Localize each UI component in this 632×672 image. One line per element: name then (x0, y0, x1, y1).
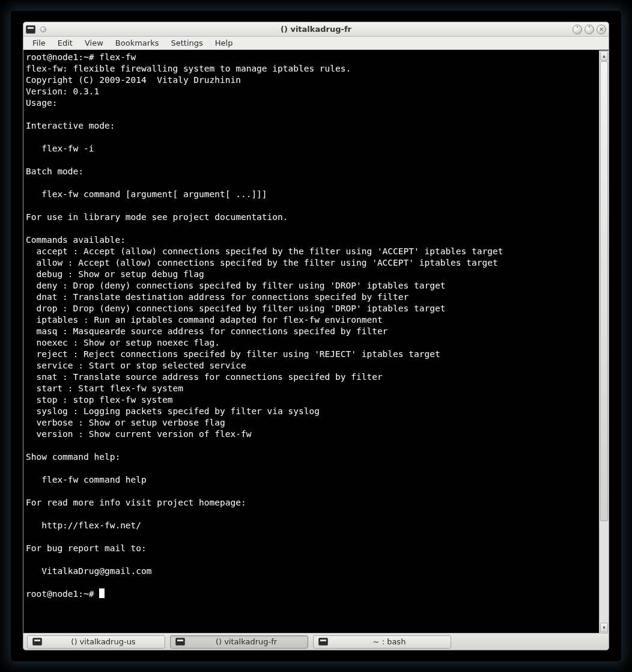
cursor (99, 588, 105, 598)
terminal-icon (175, 638, 185, 646)
minimize-button[interactable]: ˅ (573, 25, 582, 34)
scroll-up-button[interactable]: ▴ (600, 51, 608, 61)
menu-settings[interactable]: Settings (165, 37, 208, 49)
taskbar-item-label: () vitalkadrug-fr (190, 637, 303, 646)
terminal[interactable]: root@node1:~# flex-fw flex-fw: flexible … (23, 50, 599, 633)
window-title: () vitalkadrug-fr (23, 25, 609, 34)
scrollbar[interactable]: ▴ ▾ (599, 50, 609, 633)
terminal-icon (26, 25, 35, 34)
scroll-down-button[interactable]: ▾ (600, 623, 608, 632)
close-button[interactable]: × (597, 25, 606, 34)
taskbar-item-vitalkadrug-us[interactable]: () vitalkadrug-us (27, 635, 165, 649)
taskbar-item-label: () vitalkadrug-us (47, 637, 160, 646)
taskbar-item-vitalkadrug-fr[interactable]: () vitalkadrug-fr (170, 635, 308, 649)
menu-help[interactable]: Help (210, 37, 239, 49)
scrollbar-thumb[interactable] (600, 61, 608, 521)
terminal-window: () vitalkadrug-fr ˅ ˄ × File Edit View B… (23, 22, 609, 650)
menubar: File Edit View Bookmarks Settings Help (23, 37, 609, 50)
titlebar-dot-icon (40, 26, 46, 32)
menu-edit[interactable]: Edit (52, 37, 78, 49)
maximize-button[interactable]: ˄ (585, 25, 594, 34)
taskbar: () vitalkadrug-us () vitalkadrug-fr ~ : … (23, 633, 609, 650)
taskbar-item-bash[interactable]: ~ : bash (313, 635, 451, 649)
menu-view[interactable]: View (79, 37, 109, 49)
terminal-icon (318, 638, 328, 646)
taskbar-item-label: ~ : bash (333, 637, 446, 646)
scrollbar-track[interactable] (600, 61, 609, 622)
menu-file[interactable]: File (27, 37, 51, 49)
prompt: root@node1:~# (26, 589, 99, 599)
titlebar[interactable]: () vitalkadrug-fr ˅ ˄ × (23, 22, 609, 37)
terminal-icon (32, 638, 42, 646)
terminal-area: root@node1:~# flex-fw flex-fw: flexible … (23, 50, 609, 633)
window-buttons: ˅ ˄ × (573, 25, 606, 34)
menu-bookmarks[interactable]: Bookmarks (110, 37, 165, 49)
